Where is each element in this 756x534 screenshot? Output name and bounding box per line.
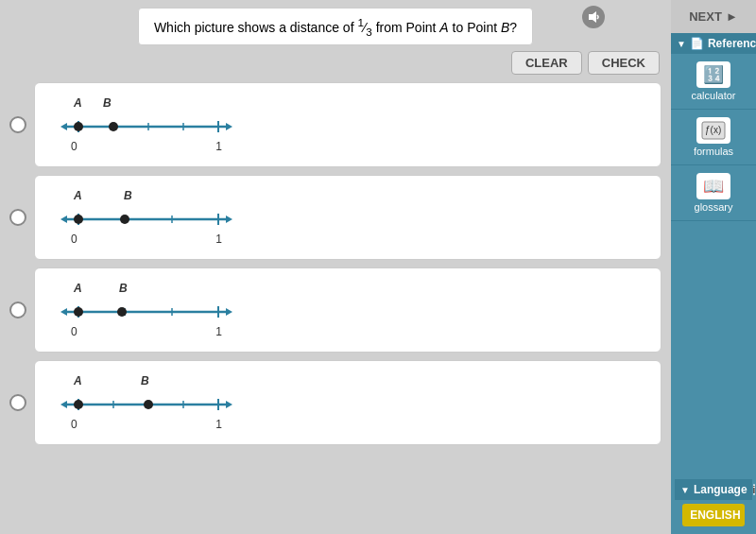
label-B-4: B bbox=[141, 374, 149, 388]
number-line-3: A B bbox=[50, 278, 645, 342]
reference-section: ▼ 📄 Reference 🔢 calculator ƒ(x) formulas… bbox=[671, 33, 756, 475]
glossary-icon: 📖 bbox=[696, 173, 730, 199]
svg-marker-2 bbox=[226, 123, 232, 130]
svg-line-4 bbox=[58, 391, 232, 418]
radio-4[interactable] bbox=[9, 394, 26, 411]
calculator-icon: 🔢 bbox=[696, 61, 730, 88]
radio-3[interactable] bbox=[9, 301, 26, 319]
label-B-3: B bbox=[119, 282, 128, 295]
option-row-3: A B bbox=[9, 267, 662, 353]
language-label: Language bbox=[694, 483, 747, 496]
option-row-1: A B bbox=[9, 82, 662, 167]
main-area: Which picture shows a distance of 1⁄3 fr… bbox=[0, 0, 671, 534]
reference-label: Reference bbox=[708, 37, 756, 50]
question-box: Which picture shows a distance of 1⁄3 fr… bbox=[138, 8, 533, 45]
svg-point-37 bbox=[74, 400, 83, 409]
radio-2[interactable] bbox=[9, 209, 26, 226]
clear-button[interactable]: CLEAR bbox=[511, 51, 582, 75]
option-row-4: A B bbox=[9, 360, 662, 445]
next-arrow-icon: ► bbox=[726, 9, 738, 24]
next-label: NEXT bbox=[689, 9, 722, 24]
svg-point-10 bbox=[109, 122, 118, 131]
label-A-1: A bbox=[74, 96, 82, 110]
svg-point-9 bbox=[74, 122, 83, 131]
svg-point-28 bbox=[117, 307, 127, 317]
calculator-item[interactable]: 🔢 calculator bbox=[671, 54, 756, 110]
reference-triangle-icon: ▼ bbox=[677, 39, 686, 49]
number-line-2: A B bbox=[50, 185, 645, 250]
nl-zero-1: 0 bbox=[71, 140, 77, 153]
number-line-4: A B bbox=[50, 370, 645, 435]
number-line-1: A B bbox=[50, 93, 645, 157]
nl-one-3: 1 bbox=[215, 325, 222, 338]
language-info-icon: i bbox=[753, 484, 756, 495]
nl-one-1: 1 bbox=[215, 140, 222, 153]
nl-zero-2: 0 bbox=[71, 233, 77, 246]
english-button[interactable]: ENGLISH bbox=[682, 504, 745, 526]
label-B-1: B bbox=[103, 96, 112, 110]
option-card-2[interactable]: A B bbox=[34, 175, 662, 260]
sound-button[interactable] bbox=[582, 6, 605, 28]
option-card-1[interactable]: A B bbox=[34, 82, 662, 167]
svg-marker-31 bbox=[60, 401, 67, 408]
svg-marker-21 bbox=[226, 308, 232, 316]
language-section: ▼ Language i ENGLISH bbox=[671, 475, 756, 534]
options-list: A B bbox=[9, 82, 662, 526]
option-card-3[interactable]: A B bbox=[34, 267, 662, 353]
svg-point-38 bbox=[144, 400, 153, 409]
check-button[interactable]: CHECK bbox=[588, 51, 660, 75]
svg-marker-22 bbox=[60, 308, 67, 316]
svg-line-2 bbox=[58, 206, 232, 233]
svg-marker-0 bbox=[589, 11, 596, 23]
nl-one-2: 1 bbox=[215, 233, 222, 246]
question-text: Which picture shows a distance of 1⁄3 fr… bbox=[154, 20, 517, 35]
glossary-item[interactable]: 📖 glossary bbox=[671, 165, 756, 221]
nl-one-4: 1 bbox=[215, 418, 222, 431]
formulas-icon: ƒ(x) bbox=[696, 117, 730, 144]
label-B-2: B bbox=[124, 189, 132, 202]
radio-1[interactable] bbox=[9, 116, 26, 133]
label-A-3: A bbox=[74, 282, 82, 295]
svg-marker-3 bbox=[60, 123, 67, 130]
language-triangle-icon: ▼ bbox=[680, 485, 690, 495]
sidebar: NEXT ► ▼ 📄 Reference 🔢 calculator ƒ(x) f… bbox=[671, 0, 756, 534]
action-bar: CLEAR CHECK bbox=[9, 51, 662, 75]
svg-marker-12 bbox=[226, 215, 232, 223]
top-bar: Which picture shows a distance of 1⁄3 fr… bbox=[9, 8, 662, 45]
option-row-2: A B bbox=[9, 175, 662, 260]
svg-marker-13 bbox=[60, 215, 67, 223]
calculator-label: calculator bbox=[691, 90, 735, 101]
reference-icon: 📄 bbox=[690, 37, 704, 50]
label-A-4: A bbox=[74, 374, 82, 388]
svg-point-19 bbox=[120, 215, 129, 224]
svg-text:ƒ(x): ƒ(x) bbox=[705, 125, 721, 135]
svg-line-1 bbox=[58, 113, 232, 140]
option-card-4[interactable]: A B bbox=[34, 360, 662, 445]
label-A-2: A bbox=[74, 189, 82, 202]
svg-marker-30 bbox=[226, 401, 232, 408]
next-button[interactable]: NEXT ► bbox=[671, 0, 756, 33]
nl-zero-4: 0 bbox=[71, 418, 77, 431]
nl-zero-3: 0 bbox=[71, 325, 77, 338]
svg-line-3 bbox=[58, 299, 232, 325]
glossary-label: glossary bbox=[695, 201, 733, 213]
language-header[interactable]: ▼ Language i bbox=[675, 479, 752, 500]
formulas-item[interactable]: ƒ(x) formulas bbox=[671, 110, 756, 165]
svg-point-18 bbox=[74, 215, 83, 224]
formulas-label: formulas bbox=[694, 146, 733, 157]
svg-point-27 bbox=[74, 307, 83, 317]
reference-header[interactable]: ▼ 📄 Reference bbox=[671, 33, 756, 54]
